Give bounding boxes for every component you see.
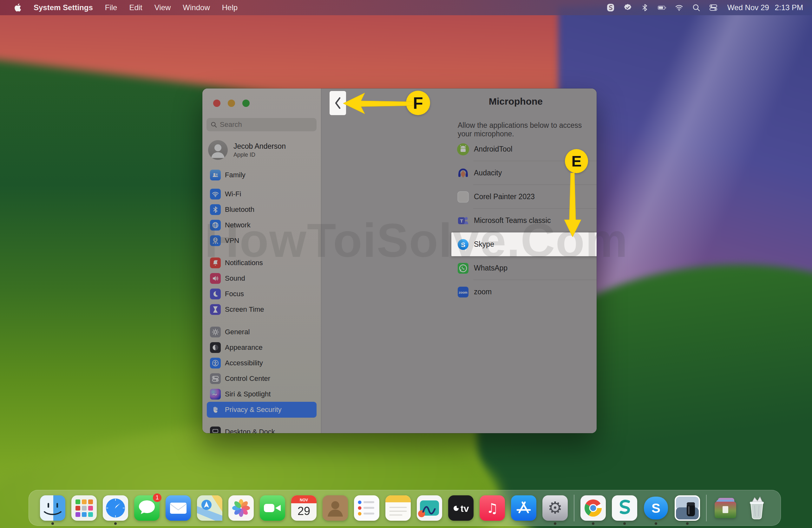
- app-label: WhatsApp: [474, 264, 508, 273]
- dock-divider: [574, 495, 575, 521]
- microphone-panel: Microphone Allow the applications below …: [321, 88, 597, 433]
- sidebar-item-label: Privacy & Security: [225, 406, 282, 414]
- dock-item-surfshark[interactable]: [612, 495, 637, 521]
- panel-subtitle: Allow the applications below to access y…: [458, 121, 597, 138]
- profile-name: Jecob Anderson: [233, 142, 286, 151]
- wifi-icon[interactable]: [675, 3, 683, 12]
- dock-item-mail[interactable]: [165, 495, 191, 521]
- dock-item-chrome[interactable]: [580, 495, 606, 521]
- vpn-icon: [210, 235, 221, 246]
- panel-title: Microphone: [489, 96, 543, 107]
- menu-app-name[interactable]: System Settings: [34, 3, 93, 12]
- dock-item-music[interactable]: ♫: [480, 495, 505, 521]
- dock-item-finder[interactable]: [40, 495, 66, 521]
- close-button[interactable]: [213, 100, 220, 107]
- app-label: Microsoft Teams classic: [474, 216, 551, 225]
- menu-item-edit[interactable]: Edit: [129, 3, 142, 12]
- running-indicator: [655, 522, 657, 525]
- running-indicator: [623, 522, 626, 525]
- sidebar-item-accessibility[interactable]: Accessibility: [207, 355, 317, 371]
- dock-item-appletv[interactable]: tv: [448, 495, 474, 521]
- app-row-whatsapp: WhatsApp: [451, 256, 597, 280]
- dock-item-system-settings[interactable]: ⚙: [542, 495, 568, 521]
- sidebar-item-desktop-dock[interactable]: Desktop & Dock: [207, 424, 317, 433]
- sidebar-item-general[interactable]: General: [207, 324, 317, 340]
- dock-item-freeform[interactable]: [417, 495, 442, 521]
- search-input[interactable]: [220, 120, 313, 129]
- apple-id-row[interactable]: Jecob Anderson Apple ID: [208, 138, 316, 162]
- app-row-zoom: zoomzoom: [451, 280, 597, 304]
- menu-item-help[interactable]: Help: [222, 3, 237, 12]
- skype-app-icon: S: [457, 238, 469, 251]
- svg-text:T: T: [460, 218, 463, 223]
- family-icon: [210, 170, 221, 180]
- corel-app-icon: [457, 191, 469, 203]
- sidebar-item-bluetooth[interactable]: Bluetooth: [207, 202, 317, 218]
- sound-icon: [210, 273, 221, 284]
- sidebar-item-control-center[interactable]: Control Center: [207, 371, 317, 386]
- dock-item-calendar[interactable]: NOV29: [291, 495, 317, 521]
- notification-badge: 1: [153, 494, 161, 502]
- app-label: AndroidTool: [474, 145, 512, 153]
- menu-date[interactable]: Wed Nov 29: [727, 3, 769, 12]
- sidebar-item-siri-spotlight[interactable]: Siri & Spotlight: [207, 386, 317, 402]
- control-center-icon: [210, 373, 221, 384]
- window-controls: [213, 100, 250, 107]
- surfshark-icon[interactable]: [606, 3, 615, 12]
- sidebar-item-label: Appearance: [225, 343, 263, 352]
- dock-item-appstore[interactable]: [511, 495, 536, 521]
- sidebar-item-label: Focus: [225, 290, 244, 298]
- search-icon[interactable]: [692, 3, 701, 12]
- menu-bar: System Settings FileEditViewWindowHelp W…: [0, 0, 812, 15]
- minimize-button[interactable]: [228, 100, 235, 107]
- audacity-app-icon: [457, 167, 469, 179]
- sidebar-item-network[interactable]: Network: [207, 217, 317, 233]
- running-indicator: [686, 522, 688, 525]
- sidebar-item-screen-time[interactable]: Screen Time: [207, 302, 317, 318]
- dock-item-onyx[interactable]: [675, 495, 700, 521]
- dock-divider: [706, 495, 707, 521]
- apple-menu-icon[interactable]: [13, 3, 21, 12]
- svg-text:zoom: zoom: [459, 290, 467, 294]
- bluetooth-icon[interactable]: [640, 3, 649, 12]
- zoom-button[interactable]: [242, 100, 250, 107]
- control-center-icon[interactable]: [709, 3, 718, 12]
- appearance-icon: [210, 342, 221, 353]
- sidebar-item-wi-fi[interactable]: Wi-Fi: [207, 186, 317, 202]
- menu-item-view[interactable]: View: [155, 3, 171, 12]
- dock-item-facetime[interactable]: [260, 495, 285, 521]
- dock-item-photos[interactable]: [228, 495, 254, 521]
- dock-item-launchpad[interactable]: [71, 495, 97, 521]
- dock-item-trash[interactable]: [744, 495, 769, 521]
- dock-item-contacts[interactable]: [322, 495, 348, 521]
- dock: 1NOV29tv♫⚙S: [29, 490, 781, 526]
- sidebar: Jecob Anderson Apple ID FamilyWi-FiBluet…: [202, 88, 321, 433]
- sidebar-item-focus[interactable]: Focus: [207, 286, 317, 302]
- running-indicator: [52, 522, 54, 525]
- menu-item-file[interactable]: File: [105, 3, 117, 12]
- sidebar-item-sound[interactable]: Sound: [207, 270, 317, 287]
- system-settings-window: Jecob Anderson Apple ID FamilyWi-FiBluet…: [202, 88, 597, 433]
- menu-item-window[interactable]: Window: [183, 3, 210, 12]
- app-label: zoom: [474, 288, 492, 296]
- running-indicator: [592, 522, 594, 525]
- sidebar-item-appearance[interactable]: Appearance: [207, 340, 317, 355]
- dock-item-skype[interactable]: S: [643, 495, 669, 521]
- dock-item-reminders[interactable]: [354, 495, 379, 521]
- sidebar-item-notifications[interactable]: Notifications: [207, 255, 317, 271]
- dock-item-downloads[interactable]: [713, 495, 738, 521]
- dock-item-notes[interactable]: [386, 495, 411, 521]
- menu-time[interactable]: 2:13 PM: [775, 3, 803, 12]
- sidebar-item-label: Wi-Fi: [225, 190, 241, 198]
- battery-icon[interactable]: [657, 3, 666, 12]
- running-indicator: [114, 522, 117, 525]
- checkmark-badge-icon[interactable]: [623, 3, 632, 12]
- dock-item-messages[interactable]: 1: [134, 495, 160, 521]
- sidebar-item-label: Notifications: [225, 259, 263, 267]
- dock-item-maps[interactable]: [197, 495, 222, 521]
- sidebar-item-privacy-security[interactable]: Privacy & Security: [207, 402, 317, 417]
- sidebar-item-vpn[interactable]: VPN: [207, 233, 317, 249]
- search-field[interactable]: [206, 118, 317, 131]
- sidebar-item-family[interactable]: Family: [207, 167, 317, 183]
- dock-item-safari[interactable]: [103, 495, 128, 521]
